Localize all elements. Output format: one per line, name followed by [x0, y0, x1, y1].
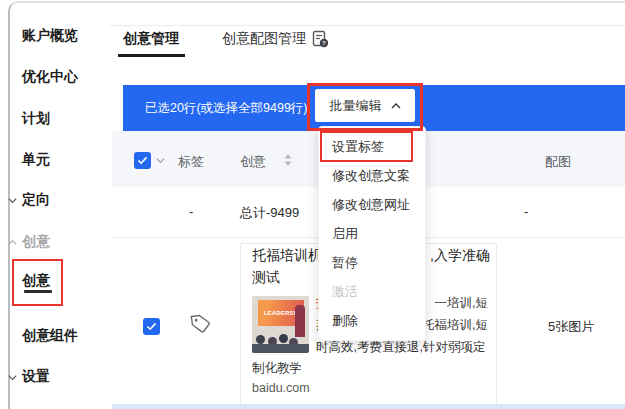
- thumbnail-banner-text: LEADERSH: [264, 310, 299, 316]
- thumbnail-audience-row: [252, 344, 309, 353]
- sidebar-group-creative[interactable]: 创意: [22, 233, 50, 251]
- content-top-border: [110, 25, 625, 26]
- sidebar-item-optimization-center[interactable]: 优化中心: [22, 68, 78, 86]
- chevron-down-icon[interactable]: [7, 372, 18, 383]
- column-header-image: 配图: [545, 153, 571, 171]
- total-creative-cell: 总计-9499: [240, 204, 299, 222]
- bulk-edit-dropdown-menu: 设置标签 修改创意文案 修改创意网址 启用 暂停 激活 删除: [318, 126, 426, 341]
- bulk-edit-button[interactable]: 批量编辑: [315, 89, 415, 122]
- ad-manager-page: 账户概览 优化中心 计划 单元 定向 创意 创意 创意组件 设置 创意管理 创意…: [0, 0, 625, 409]
- sidebar-item-creative-component[interactable]: 创意组件: [22, 327, 78, 345]
- menu-item-enable[interactable]: 启用: [319, 219, 425, 248]
- desc-line2-tail: 托福培训,短: [422, 317, 488, 335]
- caret-up-icon: [391, 103, 401, 109]
- chevron-up-icon[interactable]: [7, 237, 18, 248]
- help-doc-icon[interactable]: ?: [312, 30, 329, 48]
- active-item-underline: [24, 290, 52, 293]
- row-checkbox[interactable]: [143, 318, 160, 335]
- sidebar-item-settings[interactable]: 设置: [22, 368, 50, 386]
- creative-title-start: 托福培训机: [252, 247, 322, 267]
- menu-item-pause[interactable]: 暂停: [319, 248, 425, 277]
- select-all-checkbox[interactable]: [134, 152, 151, 169]
- thumbnail-audience: [256, 335, 265, 344]
- active-tab-underline: [118, 54, 185, 57]
- sidebar-item-creative[interactable]: 创意: [22, 272, 50, 290]
- sidebar-item-unit[interactable]: 单元: [22, 151, 50, 169]
- creative-title-end: ,入学准确: [430, 247, 490, 267]
- creative-title-line2-text: 测试: [252, 269, 280, 289]
- next-row-highlight-edge: [112, 404, 625, 409]
- image-count-cell: 5张图片: [548, 318, 594, 336]
- sort-icon[interactable]: [284, 154, 292, 166]
- menu-item-activate: 激活: [319, 277, 425, 306]
- svg-text:?: ?: [322, 39, 326, 46]
- creative-thumbnail-image: LEADERSH: [252, 296, 309, 353]
- sidebar-item-plan[interactable]: 计划: [22, 110, 50, 128]
- creative-desc-line4: 制化教学: [252, 360, 302, 377]
- total-image-cell: -: [524, 204, 528, 219]
- sidebar-item-targeting[interactable]: 定向: [22, 191, 50, 209]
- tab-creative-image-management[interactable]: 创意配图管理: [222, 30, 306, 48]
- column-header-tag: 标签: [178, 153, 204, 171]
- menu-item-set-tag[interactable]: 设置标签: [319, 132, 425, 161]
- bulk-selection-bar: 已选20行(或选择全部9499行) 批量编辑: [123, 85, 625, 131]
- thumbnail-presenter: [295, 305, 305, 337]
- desc-line1-tail: 一培训,短: [435, 295, 488, 313]
- bulk-edit-label: 批量编辑: [330, 97, 382, 115]
- creative-display-url: baidu.com: [252, 381, 310, 395]
- selection-options-chevron-icon[interactable]: [156, 157, 165, 164]
- tag-icon[interactable]: [188, 311, 214, 337]
- selection-count-text[interactable]: 已选20行(或选择全部9499行): [145, 100, 308, 117]
- total-tag-cell: -: [189, 204, 193, 219]
- menu-item-edit-url[interactable]: 修改创意网址: [319, 190, 425, 219]
- creative-desc-line3: 时高效,考费直接退,针对弱项定: [316, 339, 485, 356]
- menu-item-edit-copy[interactable]: 修改创意文案: [319, 161, 425, 190]
- tab-creative-management[interactable]: 创意管理: [123, 30, 179, 48]
- sidebar-item-account-overview[interactable]: 账户概览: [22, 27, 78, 45]
- chevron-down-icon[interactable]: [7, 195, 18, 206]
- menu-item-delete[interactable]: 删除: [319, 306, 425, 335]
- column-header-creative: 创意: [240, 153, 266, 171]
